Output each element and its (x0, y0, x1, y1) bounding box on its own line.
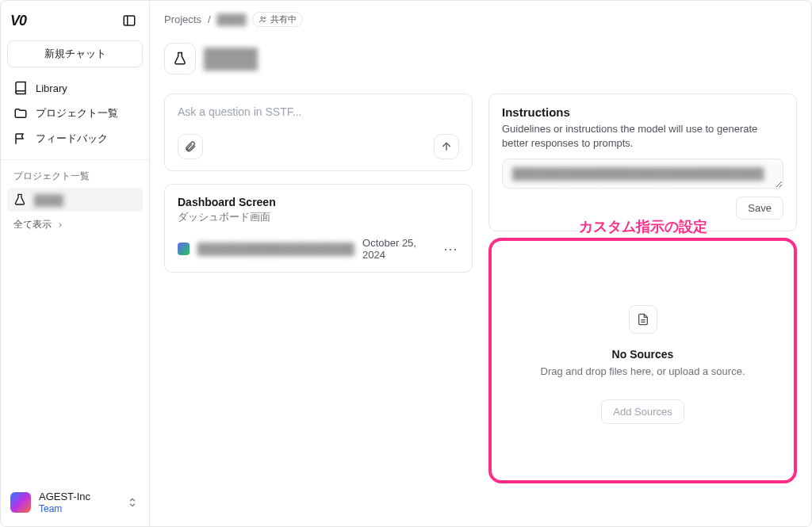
file-icon-box (629, 305, 657, 334)
arrow-up-icon (440, 140, 453, 153)
show-all-button[interactable]: 全て表示 (1, 212, 149, 238)
dashboard-chip (178, 242, 190, 255)
no-sources-desc: Drag and drop files here, or upload a so… (541, 365, 745, 377)
add-sources-button[interactable]: Add Sources (601, 399, 684, 424)
svg-rect-0 (124, 16, 135, 25)
attach-button[interactable] (178, 134, 203, 159)
team-role: Team (39, 503, 117, 515)
instructions-desc: Guidelines or instructions the model wil… (502, 122, 783, 151)
panel-icon (122, 13, 136, 28)
library-icon (13, 81, 28, 95)
file-icon (637, 313, 649, 326)
sidebar-collapse-button[interactable] (119, 10, 140, 31)
instructions-title: Instructions (502, 105, 783, 119)
sidebar: V0 新規チャット Library プロジェクト一覧 フィードバック プロジェク… (1, 1, 150, 526)
nav-feedback-label: フィードバック (36, 132, 108, 146)
logo: V0 (10, 13, 26, 29)
ask-input-card[interactable]: Ask a question in SSTF... (164, 94, 473, 171)
svg-point-4 (264, 17, 266, 19)
dashboard-card[interactable]: Dashboard Screen ダッシュボード画面 █████████████… (164, 184, 473, 273)
dashboard-title: Dashboard Screen (178, 196, 459, 208)
annotation-text: カスタム指示の設定 (579, 217, 707, 236)
flask-icon (13, 193, 26, 206)
instructions-value: ████████████████████████████████ (512, 167, 764, 180)
team-switcher[interactable]: AGEST-Inc Team (1, 483, 149, 526)
nav-library[interactable]: Library (7, 75, 143, 101)
instructions-input[interactable]: ████████████████████████████████ (502, 158, 783, 189)
project-title: ████ (204, 48, 258, 70)
project-icon (164, 43, 196, 74)
dashboard-more-button[interactable]: ⋯ (443, 240, 459, 258)
nav-feedback[interactable]: フィードバック (7, 126, 143, 151)
save-button[interactable]: Save (736, 197, 783, 220)
main: Projects / ████ 共有中 ████ Ask a question … (150, 1, 811, 526)
share-badge[interactable]: 共有中 (252, 12, 303, 27)
sidebar-project-name: ████ (34, 194, 63, 206)
nav-projects[interactable]: プロジェクト一覧 (7, 101, 143, 126)
flag-icon (13, 132, 28, 146)
flask-icon (173, 52, 187, 66)
dashboard-subtitle: ダッシュボード画面 (178, 210, 459, 224)
dashboard-date: October 25, 2024 (362, 237, 435, 261)
svg-point-3 (261, 17, 263, 19)
show-all-label: 全て表示 (13, 218, 52, 231)
nav-projects-label: プロジェクト一覧 (36, 106, 118, 120)
users-icon (259, 15, 267, 24)
team-avatar (10, 492, 31, 513)
selector-icon (125, 495, 140, 510)
breadcrumb-root[interactable]: Projects (164, 13, 201, 25)
nav-library-label: Library (36, 82, 67, 94)
chevron-right-icon (56, 221, 64, 229)
no-sources-title: No Sources (612, 348, 674, 361)
dashboard-line: ████████████████████ (197, 242, 354, 255)
breadcrumb-sep: / (208, 13, 211, 25)
share-label: 共有中 (270, 13, 297, 25)
folder-icon (13, 106, 28, 120)
sidebar-section-label: プロジェクト一覧 (1, 159, 149, 188)
ask-placeholder: Ask a question in SSTF... (178, 105, 459, 124)
breadcrumb-current: ████ (217, 13, 247, 25)
instructions-card: Instructions Guidelines or instructions … (488, 94, 797, 231)
send-button[interactable] (434, 134, 459, 159)
new-chat-button[interactable]: 新規チャット (7, 40, 143, 67)
sidebar-project-item[interactable]: ████ (7, 188, 143, 212)
paperclip-icon (184, 140, 197, 153)
breadcrumbs: Projects / ████ 共有中 (150, 1, 811, 38)
team-name: AGEST-Inc (39, 491, 117, 503)
sources-card[interactable]: No Sources Drag and drop files here, or … (488, 238, 797, 483)
